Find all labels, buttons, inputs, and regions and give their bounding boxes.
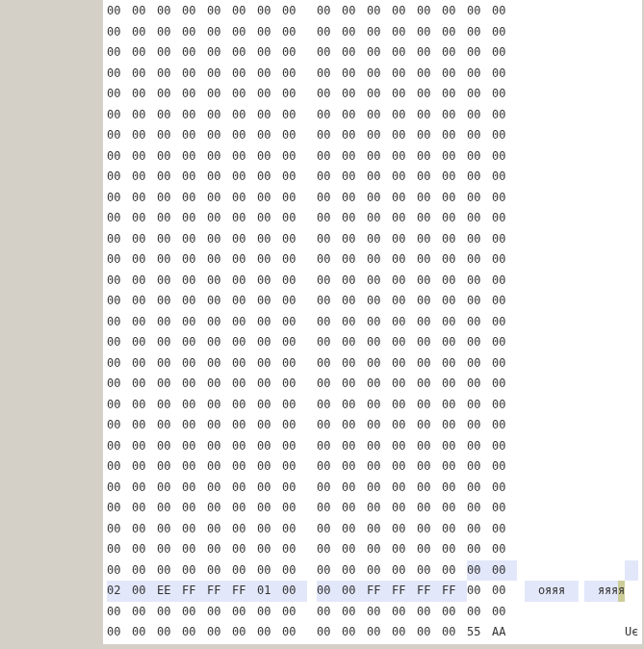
ascii-char[interactable] bbox=[605, 415, 611, 436]
ascii-char[interactable] bbox=[525, 84, 531, 105]
ascii-char[interactable] bbox=[531, 84, 538, 105]
ascii-char[interactable] bbox=[611, 125, 618, 146]
ascii-char[interactable] bbox=[605, 539, 611, 560]
hex-byte[interactable]: 00 bbox=[442, 374, 467, 395]
hex-byte[interactable]: 00 bbox=[157, 291, 182, 312]
ascii-char[interactable] bbox=[525, 602, 531, 623]
ascii-char[interactable] bbox=[572, 188, 579, 209]
hex-byte[interactable]: 00 bbox=[107, 560, 132, 582]
hex-byte[interactable]: 00 bbox=[257, 498, 282, 519]
ascii-char[interactable] bbox=[565, 188, 572, 209]
ascii-char[interactable] bbox=[605, 188, 611, 209]
hex-byte[interactable]: 00 bbox=[442, 229, 467, 250]
ascii-char[interactable] bbox=[598, 498, 605, 519]
ascii-char[interactable] bbox=[611, 291, 618, 312]
hex-row[interactable]: 00000000000000000000000000000000 bbox=[107, 539, 517, 560]
hex-byte[interactable]: 00 bbox=[257, 146, 282, 168]
ascii-char[interactable] bbox=[565, 271, 572, 292]
ascii-char[interactable] bbox=[552, 167, 558, 188]
ascii-char[interactable] bbox=[552, 456, 558, 478]
hex-byte[interactable]: 00 bbox=[342, 84, 367, 105]
hex-byte[interactable]: 00 bbox=[282, 560, 307, 582]
ascii-char[interactable] bbox=[552, 560, 558, 582]
ascii-row[interactable] bbox=[525, 22, 638, 43]
ascii-char[interactable] bbox=[584, 42, 591, 64]
ascii-char[interactable] bbox=[605, 478, 611, 499]
ascii-char[interactable] bbox=[618, 146, 625, 168]
ascii-char[interactable] bbox=[598, 188, 605, 209]
ascii-char[interactable] bbox=[631, 271, 638, 292]
hex-byte[interactable]: 00 bbox=[342, 539, 367, 560]
hex-byte[interactable]: 00 bbox=[342, 395, 367, 416]
hex-byte[interactable]: 02 bbox=[107, 581, 132, 602]
ascii-char[interactable] bbox=[584, 415, 591, 436]
hex-byte[interactable]: 00 bbox=[232, 229, 257, 250]
hex-byte[interactable]: 00 bbox=[492, 249, 517, 271]
hex-byte[interactable]: 00 bbox=[392, 374, 417, 395]
hex-byte[interactable]: 00 bbox=[367, 332, 392, 353]
ascii-char[interactable] bbox=[631, 395, 638, 416]
ascii-char[interactable] bbox=[565, 1, 572, 22]
ascii-char[interactable] bbox=[631, 84, 638, 105]
ascii-char[interactable] bbox=[565, 395, 572, 416]
hex-byte[interactable]: 00 bbox=[232, 353, 257, 375]
hex-byte[interactable]: 00 bbox=[132, 581, 157, 602]
ascii-char[interactable] bbox=[538, 271, 545, 292]
ascii-char[interactable] bbox=[584, 519, 591, 540]
hex-byte[interactable]: 00 bbox=[282, 581, 307, 602]
ascii-char[interactable] bbox=[525, 42, 531, 64]
ascii-row[interactable] bbox=[525, 560, 638, 582]
ascii-char[interactable] bbox=[584, 146, 591, 168]
ascii-char[interactable] bbox=[611, 42, 618, 64]
hex-byte[interactable]: 00 bbox=[107, 208, 132, 229]
hex-byte[interactable]: 00 bbox=[132, 353, 157, 375]
ascii-char[interactable] bbox=[625, 249, 631, 271]
ascii-char[interactable] bbox=[531, 436, 538, 457]
hex-byte[interactable]: 00 bbox=[492, 560, 517, 582]
ascii-char[interactable] bbox=[584, 478, 591, 499]
hex-byte[interactable]: 01 bbox=[257, 581, 282, 602]
hex-byte[interactable]: 00 bbox=[467, 332, 492, 353]
hex-byte[interactable]: 00 bbox=[182, 622, 207, 643]
hex-byte[interactable]: 00 bbox=[317, 1, 342, 22]
ascii-char[interactable] bbox=[572, 374, 579, 395]
ascii-char[interactable] bbox=[591, 519, 598, 540]
hex-byte[interactable]: 00 bbox=[317, 22, 342, 43]
ascii-char[interactable] bbox=[572, 560, 579, 582]
ascii-char[interactable] bbox=[631, 249, 638, 271]
hex-byte[interactable]: 00 bbox=[107, 229, 132, 250]
ascii-char[interactable] bbox=[598, 146, 605, 168]
hex-byte[interactable]: 00 bbox=[392, 84, 417, 105]
hex-byte[interactable]: 00 bbox=[467, 436, 492, 457]
hex-byte[interactable]: 00 bbox=[282, 312, 307, 333]
ascii-char[interactable] bbox=[618, 42, 625, 64]
ascii-char[interactable] bbox=[565, 229, 572, 250]
hex-byte[interactable]: 00 bbox=[492, 84, 517, 105]
hex-byte[interactable]: EE bbox=[157, 581, 182, 602]
ascii-char[interactable] bbox=[591, 229, 598, 250]
ascii-char[interactable] bbox=[611, 456, 618, 478]
ascii-char[interactable] bbox=[611, 84, 618, 105]
ascii-char[interactable] bbox=[598, 271, 605, 292]
ascii-char[interactable] bbox=[618, 312, 625, 333]
hex-byte[interactable]: 00 bbox=[317, 146, 342, 168]
hex-byte[interactable]: 00 bbox=[232, 84, 257, 105]
ascii-char[interactable] bbox=[531, 64, 538, 85]
hex-byte[interactable]: 00 bbox=[417, 415, 442, 436]
ascii-char[interactable] bbox=[605, 146, 611, 168]
hex-byte[interactable]: 00 bbox=[232, 395, 257, 416]
ascii-char[interactable] bbox=[611, 395, 618, 416]
hex-byte[interactable]: 00 bbox=[207, 208, 232, 229]
ascii-char[interactable] bbox=[525, 146, 531, 168]
hex-row[interactable]: 00000000000000000000000000000000 bbox=[107, 478, 517, 499]
ascii-char[interactable] bbox=[605, 42, 611, 64]
ascii-char[interactable] bbox=[552, 84, 558, 105]
hex-byte[interactable]: 00 bbox=[232, 478, 257, 499]
hex-byte[interactable]: 00 bbox=[182, 602, 207, 623]
ascii-row[interactable] bbox=[525, 312, 638, 333]
ascii-char[interactable] bbox=[625, 146, 631, 168]
ascii-char[interactable] bbox=[591, 125, 598, 146]
hex-byte[interactable]: 00 bbox=[107, 42, 132, 64]
hex-byte[interactable]: 00 bbox=[317, 498, 342, 519]
hex-byte[interactable]: 00 bbox=[342, 353, 367, 375]
